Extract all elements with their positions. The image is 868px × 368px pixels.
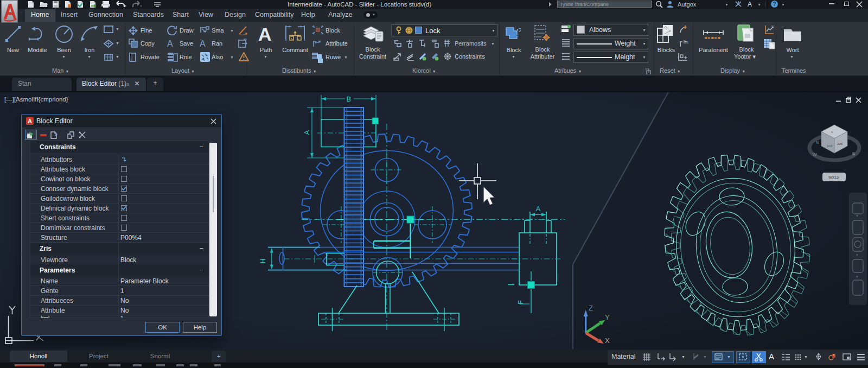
- svg-text:Y: Y: [605, 313, 610, 321]
- svg-text:H: H: [259, 258, 267, 263]
- svg-text:A: A: [303, 130, 311, 135]
- svg-text:18: 18: [685, 40, 688, 44]
- svg-text:▾: ▾: [856, 214, 858, 218]
- svg-text:X: X: [605, 337, 610, 345]
- svg-text:E: E: [852, 151, 855, 156]
- svg-text:W: W: [813, 152, 817, 157]
- svg-text:1rot: 1rot: [827, 144, 833, 148]
- svg-text:Z: Z: [589, 304, 593, 312]
- svg-text:A: A: [536, 205, 541, 213]
- svg-text:B: B: [347, 96, 351, 103]
- svg-text:205: 205: [837, 142, 843, 145]
- svg-text:901≥: 901≥: [828, 175, 839, 180]
- svg-text:▾: ▾: [856, 253, 858, 257]
- svg-text:s: s: [831, 130, 833, 134]
- svg-text:▾: ▾: [856, 275, 858, 278]
- svg-text:F: F: [517, 300, 525, 304]
- svg-text:N: N: [816, 141, 819, 144]
